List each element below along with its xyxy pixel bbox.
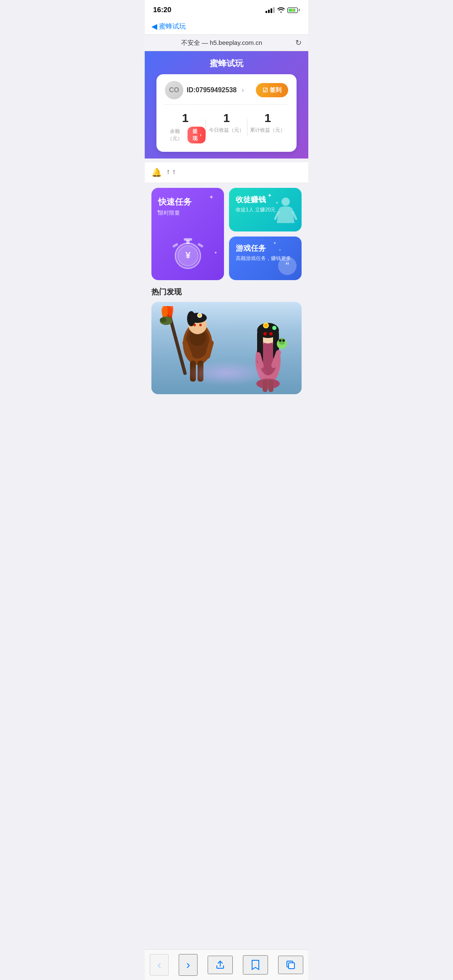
svg-point-40 bbox=[269, 332, 273, 335]
user-id-arrow-icon: › bbox=[242, 86, 244, 94]
total-earnings-label-row: 累计收益（元） bbox=[247, 127, 288, 134]
app-header: 蜜蜂试玩 CO ID:07959492538 › ☑ 签到 1 bbox=[145, 51, 308, 159]
quick-task-title: 快速任务 bbox=[158, 196, 217, 208]
character-left bbox=[156, 306, 227, 394]
svg-text:¥: ¥ bbox=[185, 250, 190, 260]
status-icons: ⚡ bbox=[266, 7, 300, 14]
balance-label-row: 余额（元） 提现 › bbox=[165, 127, 206, 143]
notification-text: ！！ bbox=[165, 169, 177, 176]
avatar: CO bbox=[165, 81, 183, 99]
sparkle-7: ✦ bbox=[279, 248, 281, 252]
battery-icon: ⚡ bbox=[287, 8, 300, 13]
reload-button[interactable]: ↻ bbox=[295, 38, 302, 47]
nav-bar: ◀ 蜜蜂试玩 bbox=[145, 18, 308, 35]
game-banner-inner bbox=[151, 302, 302, 394]
svg-point-43 bbox=[279, 339, 281, 342]
game-banner[interactable] bbox=[151, 302, 302, 394]
today-earnings-stat: 1 今日收益（元） bbox=[206, 112, 247, 134]
svg-point-44 bbox=[282, 339, 285, 342]
user-id-left: CO ID:07959492538 › bbox=[165, 81, 244, 99]
svg-point-23 bbox=[198, 314, 201, 317]
today-earnings-label: 今日收益（元） bbox=[209, 127, 244, 134]
balance-value: 1 bbox=[165, 112, 206, 125]
total-earnings-stat: 1 累计收益（元） bbox=[247, 112, 288, 134]
hot-section-title: 热门发现 bbox=[145, 285, 308, 302]
wifi-icon bbox=[277, 7, 285, 14]
sign-in-icon: ☑ bbox=[263, 87, 268, 94]
total-earnings-value: 1 bbox=[247, 112, 288, 125]
balance-label: 余额（元） bbox=[165, 128, 185, 142]
sparkle-6: ✦ bbox=[273, 241, 276, 245]
svg-point-20 bbox=[193, 324, 196, 326]
figure-icon bbox=[274, 196, 297, 229]
sparkle-4: ✦ bbox=[267, 192, 272, 199]
sparkle-1: ✦ bbox=[209, 194, 214, 200]
timer-icon: ¥ bbox=[169, 234, 207, 272]
svg-point-39 bbox=[263, 332, 267, 335]
svg-rect-4 bbox=[172, 243, 178, 248]
svg-rect-48 bbox=[263, 380, 268, 392]
card-divider bbox=[165, 104, 288, 105]
game-task-card[interactable]: ✦ ✦ 游戏任务 高额游戏任务，赚钱更多 " bbox=[229, 237, 302, 280]
quick-task-subtitle: 限时限量 bbox=[158, 209, 217, 217]
sign-in-button[interactable]: ☑ 签到 bbox=[256, 83, 288, 97]
svg-point-7 bbox=[281, 198, 290, 206]
withdraw-button[interactable]: 提现 › bbox=[187, 127, 206, 143]
quick-task-card[interactable]: ✦ ✦ ✦ 快速任务 限时限量 bbox=[151, 188, 224, 280]
nav-back-button[interactable]: ◀ 蜜蜂试玩 bbox=[151, 22, 186, 31]
character-right bbox=[237, 310, 299, 394]
svg-point-21 bbox=[199, 324, 202, 326]
withdraw-arrow-icon: › bbox=[200, 132, 201, 138]
back-chevron-icon: ◀ bbox=[151, 22, 157, 31]
svg-rect-24 bbox=[190, 361, 196, 382]
recruit-card[interactable]: ✦ ✦ 收徒赚钱 收徒1人 立赚20元 bbox=[229, 188, 302, 231]
browser-url[interactable]: 不安全 — h5.beeplay.com.cn bbox=[151, 39, 292, 47]
sign-in-label: 签到 bbox=[270, 86, 281, 94]
svg-point-38 bbox=[272, 326, 276, 330]
nav-back-label: 蜜蜂试玩 bbox=[159, 22, 186, 31]
game-task-title: 游戏任务 bbox=[236, 243, 295, 253]
svg-rect-3 bbox=[184, 238, 192, 241]
today-earnings-value: 1 bbox=[206, 112, 247, 125]
app-title: 蜜蜂试玩 bbox=[151, 58, 302, 69]
user-id-row: CO ID:07959492538 › ☑ 签到 bbox=[165, 81, 288, 99]
signal-icon bbox=[266, 7, 275, 13]
user-id-text[interactable]: ID:07959492538 bbox=[187, 86, 237, 94]
svg-point-47 bbox=[256, 379, 280, 389]
notification-bar: 🔔 ！！ bbox=[145, 162, 308, 183]
bell-icon: 🔔 bbox=[151, 167, 162, 177]
status-time: 16:20 bbox=[153, 6, 171, 14]
user-card: CO ID:07959492538 › ☑ 签到 1 余额（元） 提现 bbox=[156, 74, 297, 152]
status-bar: 16:20 ⚡ bbox=[145, 0, 308, 18]
sparkle-3: ✦ bbox=[214, 250, 217, 255]
today-earnings-label-row: 今日收益（元） bbox=[206, 127, 247, 134]
withdraw-label: 提现 bbox=[192, 128, 199, 142]
balance-stat: 1 余额（元） 提现 › bbox=[165, 112, 206, 143]
cards-grid: ✦ ✦ ✦ 快速任务 限时限量 bbox=[145, 183, 308, 285]
svg-rect-49 bbox=[268, 380, 273, 392]
quote-icon: " bbox=[278, 257, 297, 275]
browser-bar: 不安全 — h5.beeplay.com.cn ↻ bbox=[145, 35, 308, 51]
total-earnings-label: 累计收益（元） bbox=[250, 127, 285, 134]
svg-rect-25 bbox=[198, 361, 203, 382]
stats-row: 1 余额（元） 提现 › 1 今日收益（元） bbox=[165, 110, 288, 145]
svg-rect-5 bbox=[197, 243, 203, 248]
svg-point-29 bbox=[160, 317, 167, 322]
svg-point-37 bbox=[264, 324, 268, 327]
